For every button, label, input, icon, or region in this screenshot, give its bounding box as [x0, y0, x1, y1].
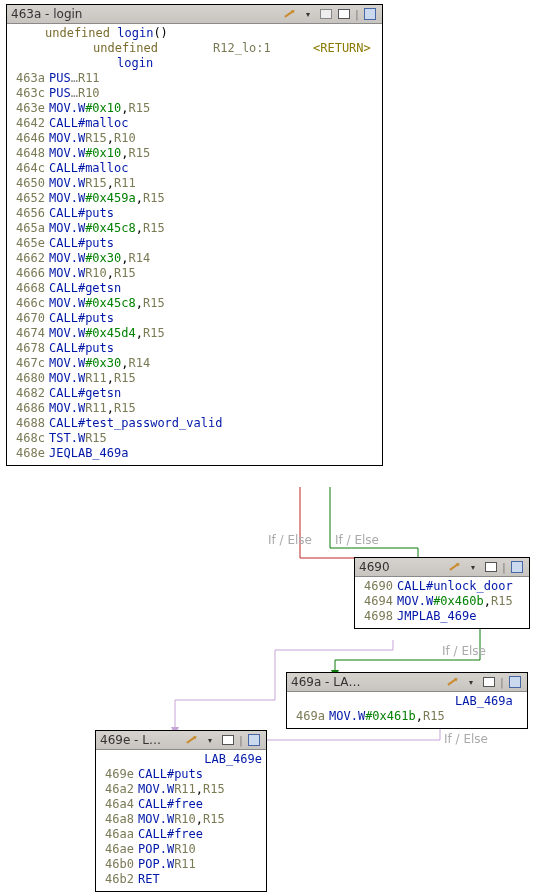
mnemonic: CALL: [397, 579, 426, 594]
asm-row: 46b0POP.W R11: [100, 857, 262, 872]
address: 4662: [11, 251, 49, 266]
address: 4670: [11, 311, 49, 326]
asm-row: 4656CALL #puts: [11, 206, 378, 221]
comma: ,: [107, 401, 114, 416]
asm-row: 4648MOV.W #0x10,R15: [11, 146, 378, 161]
ellipsis: …: [71, 71, 78, 86]
function-name: login: [117, 26, 153, 41]
asm-row: 46aaCALL #free: [100, 827, 262, 842]
address: 4652: [11, 191, 49, 206]
asm-row: 463eMOV.W #0x10,R15: [11, 101, 378, 116]
edge-label: If / Else: [335, 533, 379, 547]
comma: ,: [196, 812, 203, 827]
block-header-icons: ▾ |: [184, 733, 262, 747]
block-header[interactable]: 469e - L… ▾ |: [96, 731, 266, 750]
block-header[interactable]: 4690 ▾ |: [355, 558, 529, 577]
code-label: LAB_469a: [455, 694, 513, 709]
operand: #free: [167, 797, 203, 812]
address: 4686: [11, 401, 49, 416]
separator: |: [238, 733, 244, 747]
operand: R10: [85, 266, 107, 281]
address: 4698: [359, 609, 397, 624]
address: 46ae: [100, 842, 138, 857]
block-469e[interactable]: 469e - L… ▾ | LAB_469e 469eCALL #puts46a…: [95, 730, 267, 892]
block-title: 4690: [359, 560, 390, 574]
comma: ,: [107, 371, 114, 386]
operand: #puts: [78, 341, 114, 356]
comma: ,: [136, 326, 143, 341]
mnemonic: MOV.W: [138, 782, 174, 797]
col-type: undefined: [93, 41, 213, 56]
operand: #puts: [78, 236, 114, 251]
window-icon[interactable]: [336, 7, 352, 21]
operand: #0x461b: [365, 709, 416, 724]
asm-row: 46aePOP.W R10: [100, 842, 262, 857]
operand: R11: [78, 71, 100, 86]
window-icon[interactable]: [220, 733, 236, 747]
mnemonic: PUS: [49, 86, 71, 101]
mnemonic: MOV.W: [49, 296, 85, 311]
operand: #0x10: [85, 101, 121, 116]
address: 466c: [11, 296, 49, 311]
block-4690[interactable]: 4690 ▾ | 4690CALL #unlock_door4694MOV.W …: [354, 557, 530, 629]
mnemonic: MOV.W: [49, 371, 85, 386]
asm-row: 4674MOV.W #0x45d4,R15: [11, 326, 378, 341]
edit-icon[interactable]: [184, 733, 200, 747]
asm-row: 4668CALL #getsn: [11, 281, 378, 296]
block-463a-login[interactable]: 463a - login ▾ | undefined login () unde…: [6, 4, 383, 466]
focus-icon[interactable]: [246, 733, 262, 747]
asm-row: 4694MOV.W #0x460b,R15: [359, 594, 525, 609]
mnemonic: CALL: [49, 236, 78, 251]
operand: R15: [143, 221, 165, 236]
edit-icon[interactable]: [447, 560, 463, 574]
dropdown-icon[interactable]: ▾: [202, 733, 218, 747]
address: 463e: [11, 101, 49, 116]
block-header[interactable]: 463a - login ▾ |: [7, 5, 382, 24]
focus-icon[interactable]: [362, 7, 378, 21]
focus-icon[interactable]: [509, 560, 525, 574]
mnemonic: MOV.W: [329, 709, 365, 724]
block-header[interactable]: 469a - LA… ▾ |: [287, 673, 527, 692]
operand: R10: [174, 812, 196, 827]
mnemonic: MOV.W: [49, 176, 85, 191]
asm-row: 46a8MOV.W R10,R15: [100, 812, 262, 827]
asm-row: 4642CALL #malloc: [11, 116, 378, 131]
operand: R11: [174, 782, 196, 797]
mnemonic: CALL: [49, 386, 78, 401]
focus-icon[interactable]: [507, 675, 523, 689]
asm-row: 463cPUS… R10: [11, 86, 378, 101]
mnemonic: MOV.W: [49, 131, 85, 146]
block-469a[interactable]: 469a - LA… ▾ | LAB_469a 469aMOV.W #0x461…: [286, 672, 528, 729]
mnemonic: CALL: [49, 206, 78, 221]
print-icon[interactable]: [318, 7, 334, 21]
mnemonic: POP.W: [138, 842, 174, 857]
dropdown-icon[interactable]: ▾: [465, 560, 481, 574]
edge-label: If / Else: [442, 644, 486, 658]
address: 4678: [11, 341, 49, 356]
operand: #unlock_door: [426, 579, 513, 594]
operand: #puts: [78, 206, 114, 221]
edit-icon[interactable]: [282, 7, 298, 21]
mnemonic: MOV.W: [49, 266, 85, 281]
comma: ,: [121, 101, 128, 116]
block-header-icons: ▾ |: [282, 7, 378, 21]
mnemonic: JMP: [397, 609, 419, 624]
window-icon[interactable]: [483, 560, 499, 574]
asm-row: 4666MOV.W R10,R15: [11, 266, 378, 281]
address: 4680: [11, 371, 49, 386]
block-header-icons: ▾ |: [447, 560, 525, 574]
address: 46a8: [100, 812, 138, 827]
paren: (): [153, 26, 167, 41]
edit-icon[interactable]: [445, 675, 461, 689]
operand: #0x460b: [433, 594, 484, 609]
dropdown-icon[interactable]: ▾: [300, 7, 316, 21]
block-header-icons: ▾ |: [445, 675, 523, 689]
dropdown-icon[interactable]: ▾: [463, 675, 479, 689]
address: 465e: [11, 236, 49, 251]
window-icon[interactable]: [481, 675, 497, 689]
operand: #0x45c8: [85, 296, 136, 311]
asm-row: 465aMOV.W #0x45c8,R15: [11, 221, 378, 236]
address: 465a: [11, 221, 49, 236]
address: 46a4: [100, 797, 138, 812]
asm-row: 4678CALL #puts: [11, 341, 378, 356]
